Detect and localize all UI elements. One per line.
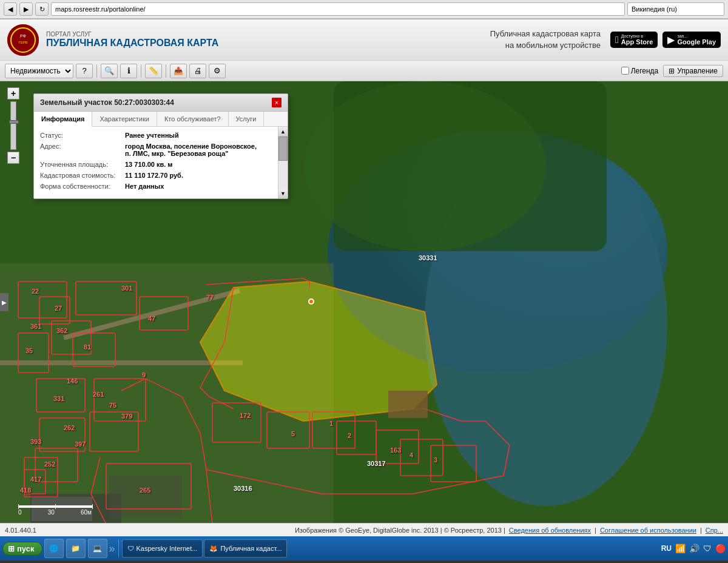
help-link[interactable]: Спр... [706,527,723,534]
search-input[interactable] [627,2,724,16]
header-right: Публичная кадастровая картана мобильном … [490,29,721,50]
tab-characteristics[interactable]: Характеристики [92,112,157,126]
scroll-down-button[interactable]: ▼ [278,189,288,198]
store-buttons:  Доступно в App Store ▶ зап... Google P… [610,32,721,49]
legend-checkbox[interactable] [621,67,629,75]
version-text: 4.01.440.1 [5,527,36,534]
google-play-label: зап... Google Play [677,34,716,46]
manage-button[interactable]: ⊞ Управление [663,65,723,77]
toolbar-separator-1 [96,64,97,78]
svg-point-8 [303,81,546,251]
share-button[interactable]: 📤 [170,64,187,78]
info-button[interactable]: ℹ [120,64,137,78]
browser-taskbar-item[interactable]: 🦊 Публичная кадаст... [204,539,287,558]
cost-value: 11 110 172.70 руб. [125,172,183,179]
svg-rect-11 [0,360,243,365]
settings-button[interactable]: ⚙ [209,64,226,78]
zoom-slider[interactable] [10,101,16,150]
popup-header: Земельный участок 50:27:0030303:44 × [34,94,288,112]
logo: РФ ГЕРБ [7,24,39,56]
category-select[interactable]: Недвижимость [5,64,73,78]
security-icon: 🛡 [703,544,712,553]
google-play-button[interactable]: ▶ зап... Google Play [662,32,721,49]
scale-0: 0 [18,509,22,516]
forward-button[interactable]: ▶ [19,2,33,16]
kaspersky-taskbar-item[interactable]: 🛡 Kaspersky Internet... [122,539,203,558]
legend-check[interactable]: Легенда [621,67,659,75]
address-value: город Москва, поселение Вороновское,п. Л… [125,143,257,157]
start-label: пуск [17,544,35,553]
app-store-button[interactable]:  Доступно в App Store [610,32,658,49]
zoom-out-button[interactable]: − [7,152,19,164]
ownership-label: Форма собственности: [40,183,125,190]
firefox-icon: 🦊 [209,545,218,553]
manage-label: Управление [677,67,718,75]
popup-scrollbar[interactable]: ▲ ▼ [278,127,288,198]
info-row-address: Адрес: город Москва, поселение Вороновск… [40,143,272,157]
draw-button[interactable]: 📏 [145,64,162,78]
scale-30: 30 [48,509,55,516]
status-bar: 4.01.440.1 Изображения © GeoEye, Digital… [0,523,728,536]
grid-icon: ⊞ [669,67,675,75]
popup-tabs: Информация Характеристики Кто обслуживае… [34,112,288,127]
scroll-track[interactable] [278,137,288,189]
apple-icon:  [615,35,619,46]
separator-1: | [595,527,596,534]
toolbar-right: Легенда ⊞ Управление [621,65,723,77]
info-row-cost: Кадастровая стоимость: 11 110 172.70 руб… [40,172,272,179]
popup-close-button[interactable]: × [272,98,281,107]
taskbar-icon-3[interactable]: 💻 [88,539,107,558]
info-popup: Земельный участок 50:27:0030303:44 × Инф… [33,93,288,199]
help-button[interactable]: ? [76,64,93,78]
header-text: ПОРТАЛ УСЛУГ ПУБЛИЧНАЯ КАДАСТРОВАЯ КАРТА [46,31,490,49]
scroll-up-button[interactable]: ▲ [278,127,288,137]
network-icon: 📶 [675,544,686,553]
header-title: ПУБЛИЧНАЯ КАДАСТРОВАЯ КАРТА [46,38,490,49]
scroll-thumb[interactable] [278,137,288,161]
browser-toolbar: ◀ ▶ ↻ [0,0,728,19]
taskbar-separator [118,539,119,558]
svg-text:ГЕРБ: ГЕРБ [18,41,27,44]
tab-services[interactable]: Услуги [229,112,265,126]
zoom-controls: + − [7,87,19,164]
flag-icon: 🔴 [715,544,726,553]
start-button[interactable]: ⊞ пуск [2,542,42,556]
taskbar-icon-1[interactable]: 🌐 [44,539,64,558]
cadaster-label: Публичная кадаст... [220,545,281,552]
map-marker [308,298,314,305]
print-button[interactable]: 🖨 [189,64,206,78]
tab-information[interactable]: Информация [34,112,92,127]
info-row-ownership: Форма собственности: Нет данных [40,183,272,190]
scale-60: 60м [81,509,92,516]
search-button[interactable]: 🔍 [101,64,118,78]
tab-who-serves[interactable]: Кто обслуживает? [157,112,229,126]
windows-icon: ⊞ [8,544,15,553]
status-value: Ранее учтенный [125,132,179,139]
taskbar: ⊞ пуск 🌐 📁 💻 » 🛡 Kaspersky Internet... 🦊… [0,536,728,561]
android-icon: ▶ [667,34,675,46]
kaspersky-label: Kaspersky Internet... [136,545,198,552]
svg-text:РФ: РФ [20,34,26,38]
popup-title: Земельный участок 50:27:0030303:44 [40,98,174,107]
left-panel-toggle[interactable]: ▶ [0,293,8,311]
app-store-label: Доступно в App Store [621,34,653,46]
refresh-button[interactable]: ↻ [35,2,49,16]
toolbar-separator-3 [166,64,166,78]
scale-bar: 0 30 60м [18,504,93,516]
zoom-handle[interactable] [9,120,19,124]
map-container[interactable]: 22 301 77 30331 27 47 361 362 81 35 9 14… [0,81,728,523]
language-indicator[interactable]: RU [661,544,672,553]
taskbar-arrow[interactable]: » [109,542,115,555]
taskbar-icon-2[interactable]: 📁 [66,539,86,558]
back-button[interactable]: ◀ [4,2,17,16]
popup-content: Статус: Ранее учтенный Адрес: город Моск… [34,127,288,198]
zoom-in-button[interactable]: + [7,87,19,99]
svg-point-0 [7,24,39,56]
address-bar[interactable] [51,2,625,16]
agreement-link[interactable]: Соглашение об использовании [600,527,696,534]
cost-label: Кадастровая стоимость: [40,172,125,179]
updates-link[interactable]: Сведения об обновлениях [509,527,591,534]
kaspersky-icon: 🛡 [127,545,134,552]
legend-label: Легенда [631,67,659,75]
ownership-value: Нет данных [125,183,164,190]
